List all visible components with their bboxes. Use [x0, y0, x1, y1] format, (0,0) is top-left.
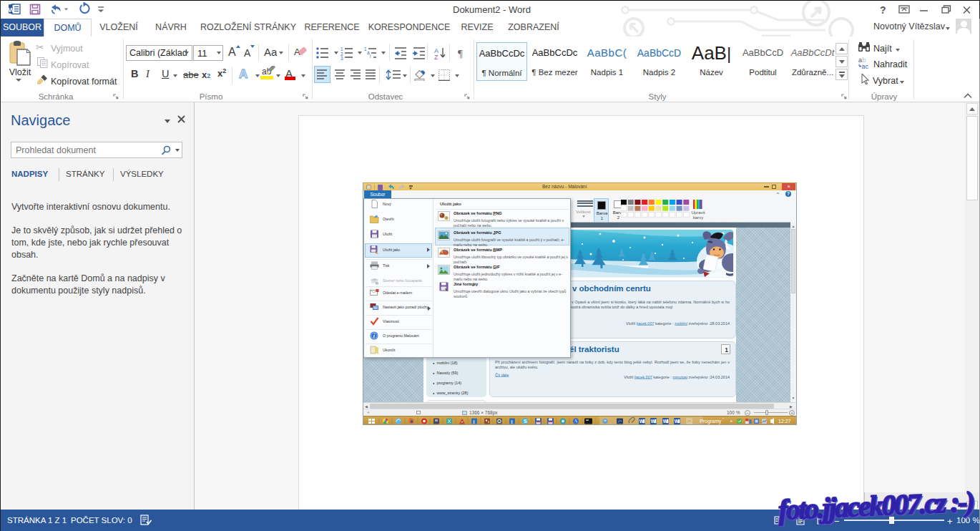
svg-text:i: i	[511, 419, 513, 424]
svg-text:¶: ¶	[458, 48, 463, 59]
svg-text:i: i	[474, 419, 475, 424]
svg-text:Programy: Programy	[700, 419, 722, 424]
svg-text:S: S	[524, 418, 527, 424]
svg-text:?: ?	[880, 4, 886, 16]
svg-text:3: 3	[340, 56, 343, 60]
svg-text:”: ”	[722, 417, 724, 422]
svg-text:ac: ac	[862, 63, 869, 69]
svg-text:i: i	[370, 54, 371, 59]
svg-text:12:27: 12:27	[778, 419, 791, 424]
svg-text:Z: Z	[434, 54, 438, 60]
svg-text:W: W	[8, 6, 14, 14]
svg-text:1: 1	[340, 47, 343, 52]
